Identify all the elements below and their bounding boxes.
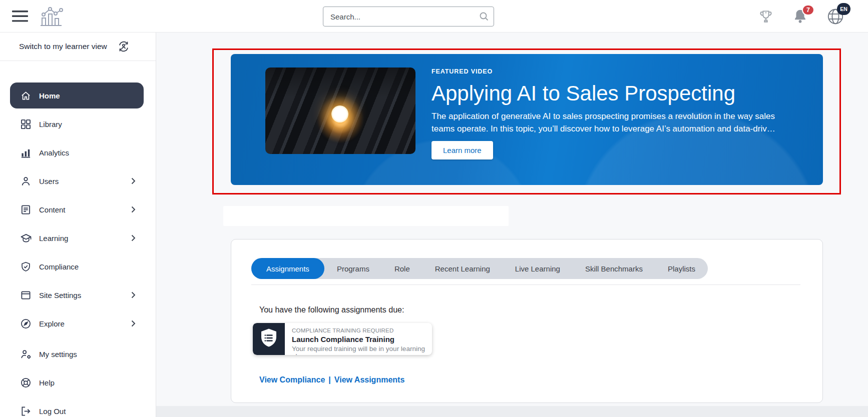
lifebuoy-icon (21, 378, 32, 388)
assignments-links: View Compliance|View Assignments (259, 376, 404, 384)
sidebar-footer-nav: My settings Help Log Out (0, 341, 156, 417)
switch-learner-view-label: Switch to my learner view (19, 42, 107, 51)
logout-icon (21, 406, 32, 416)
sidebar-item-label: Help (39, 378, 55, 387)
switch-learner-view-button[interactable]: Switch to my learner view (0, 32, 156, 61)
featured-video-title: Applying AI to Sales Prospecting (431, 82, 797, 106)
browser-window-icon (21, 290, 32, 300)
search-icon (480, 12, 489, 23)
switch-view-sync-icon (117, 40, 130, 52)
top-bar: 7 EN (0, 0, 868, 32)
sidebar-item-label: Site Settings (39, 291, 81, 300)
sidebar-item-label: My settings (39, 350, 77, 358)
sidebar-nav: Home Library Analytics Users (0, 61, 156, 417)
sidebar-item-analytics[interactable]: Analytics (10, 140, 144, 166)
tab-skill-benchmarks[interactable]: Skill Benchmarks (573, 258, 655, 279)
sidebar-item-log-out[interactable]: Log Out (10, 398, 144, 417)
tab-playlists[interactable]: Playlists (655, 258, 708, 279)
chevron-right-icon (131, 178, 136, 184)
view-compliance-link[interactable]: View Compliance (259, 376, 325, 384)
bell-icon (793, 16, 807, 25)
sidebar: Switch to my learner view Home Library (0, 32, 156, 417)
featured-video-banner: FEATURED VIDEO Applying AI to Sales Pros… (231, 54, 823, 185)
person-gear-icon (21, 349, 32, 360)
graduation-cap-icon (21, 233, 32, 244)
sidebar-item-label: Users (39, 177, 59, 186)
compliance-card-title: Launch Compliance Training (292, 335, 425, 344)
compliance-training-card[interactable]: COMPLIANCE TRAINING REQUIRED Launch Comp… (253, 323, 432, 355)
compliance-card-text: COMPLIANCE TRAINING REQUIRED Launch Comp… (285, 323, 432, 355)
tab-live-learning[interactable]: Live Learning (503, 258, 573, 279)
sidebar-item-label: Compliance (39, 262, 79, 271)
maze-glow-orb (331, 106, 348, 122)
sidebar-item-compliance[interactable]: Compliance (10, 254, 144, 280)
app-logo-chart-icon[interactable] (39, 5, 64, 30)
sidebar-item-label: Analytics (39, 148, 69, 157)
sidebar-item-content[interactable]: Content (10, 196, 144, 222)
search-input[interactable] (323, 6, 494, 26)
sidebar-item-my-settings[interactable]: My settings (10, 341, 144, 367)
notifications-button[interactable]: 7 (793, 9, 807, 24)
main-content: FEATURED VIDEO Applying AI to Sales Pros… (156, 32, 868, 417)
links-separator: | (325, 376, 334, 384)
tab-programs[interactable]: Programs (324, 258, 382, 279)
assignments-intro-text: You have the following assignments due: (259, 306, 404, 314)
chevron-right-icon (131, 234, 136, 242)
sidebar-item-label: Home (39, 92, 60, 100)
chevron-right-icon (131, 206, 136, 213)
chevron-right-icon (131, 292, 136, 298)
featured-banner-text: FEATURED VIDEO Applying AI to Sales Pros… (431, 68, 797, 160)
sidebar-item-help[interactable]: Help (10, 370, 144, 396)
sidebar-item-library[interactable]: Library (10, 111, 144, 137)
sidebar-item-label: Content (39, 206, 66, 214)
achievements-button[interactable] (758, 9, 773, 24)
hamburger-menu-icon[interactable] (12, 10, 28, 22)
compliance-tile (253, 323, 285, 355)
featured-video-eyebrow: FEATURED VIDEO (431, 68, 797, 75)
section-placeholder-bar (223, 206, 509, 226)
notification-count-badge: 7 (802, 4, 814, 16)
person-icon (21, 176, 32, 186)
page-footer-strip (156, 406, 868, 417)
compliance-card-eyebrow: COMPLIANCE TRAINING REQUIRED (292, 328, 425, 334)
sidebar-item-site-settings[interactable]: Site Settings (10, 282, 144, 308)
shield-check-icon (21, 262, 32, 272)
sidebar-item-learning[interactable]: Learning (10, 225, 144, 251)
document-icon (21, 204, 32, 215)
language-badge: EN (837, 3, 850, 15)
sidebar-item-label: Learning (39, 234, 68, 242)
sidebar-item-label: Log Out (39, 407, 66, 416)
tab-role[interactable]: Role (382, 258, 422, 279)
learn-more-button[interactable]: Learn more (431, 141, 493, 160)
library-grid-icon (21, 119, 32, 130)
tab-bar: Assignments Programs Role Recent Learnin… (251, 258, 708, 279)
sidebar-item-home[interactable]: Home (10, 82, 144, 108)
tab-assignments[interactable]: Assignments (251, 258, 324, 279)
language-button[interactable]: EN (827, 8, 844, 25)
trophy-icon (758, 17, 773, 26)
chevron-right-icon (131, 320, 136, 327)
view-assignments-link[interactable]: View Assignments (334, 376, 405, 384)
sidebar-item-label: Explore (39, 320, 65, 328)
dashboard-tabs-card: Assignments Programs Role Recent Learnin… (231, 239, 823, 403)
shield-list-icon (260, 328, 278, 350)
bar-chart-icon (21, 148, 32, 158)
globe-icon (827, 18, 844, 26)
sidebar-item-explore[interactable]: Explore (10, 310, 144, 336)
compliance-card-subtitle: Your required training will be in your l… (292, 345, 425, 355)
search-box (323, 6, 494, 26)
compass-icon (21, 318, 32, 329)
featured-video-description: The application of generative AI to sale… (431, 110, 784, 135)
sidebar-item-label: Library (39, 120, 62, 128)
tab-recent-learning[interactable]: Recent Learning (422, 258, 503, 279)
featured-video-thumbnail[interactable] (265, 68, 415, 154)
tab-divider (251, 284, 800, 285)
home-icon (21, 90, 32, 101)
sidebar-item-users[interactable]: Users (10, 168, 144, 194)
